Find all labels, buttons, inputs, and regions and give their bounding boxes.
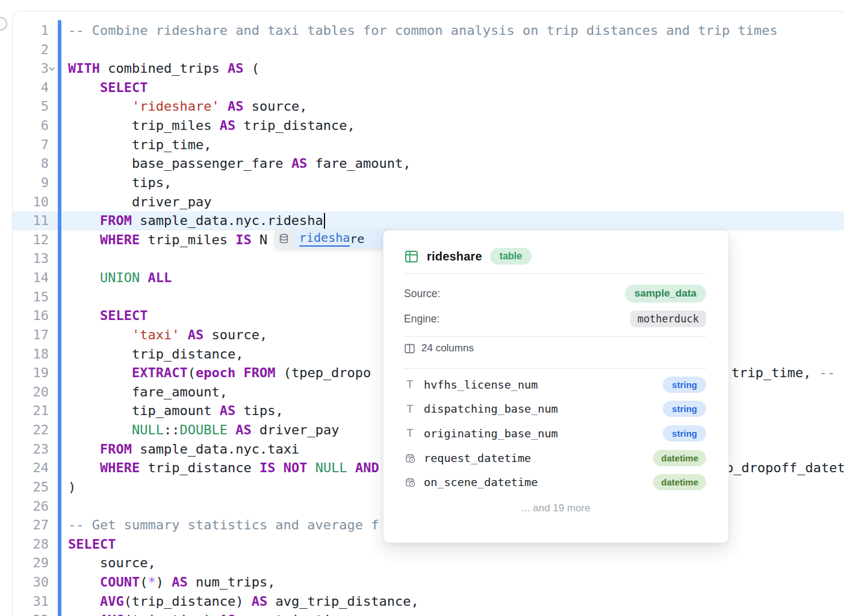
autocomplete-item-rideshare[interactable]: rideshare	[293, 229, 391, 248]
code-token	[220, 99, 228, 114]
line-number: 14	[17, 268, 49, 288]
code-line[interactable]: 7 trip_time,	[13, 135, 844, 155]
code-text-after-popup: trip_time, --	[731, 363, 835, 383]
line-number: 24	[17, 458, 49, 478]
code-token: p_dropoff_datet	[725, 460, 844, 475]
code-token: NOT	[284, 460, 308, 475]
code-line[interactable]: 3WITH combined_trips AS (	[13, 59, 844, 78]
edge-widget-circle[interactable]	[0, 17, 7, 31]
code-token: source,	[68, 555, 156, 570]
code-text: source,	[68, 553, 156, 573]
code-token: AS	[188, 327, 204, 342]
code-token	[228, 422, 235, 437]
code-text: -- Combine rideshare and taxi tables for…	[68, 21, 778, 40]
code-token: ALL	[147, 270, 172, 285]
code-text: NULL::DOUBLE AS driver_pay	[68, 420, 339, 440]
code-text: tips,	[68, 173, 172, 192]
code-line[interactable]: 6 trip_miles AS trip_distance,	[13, 116, 844, 135]
code-text: SELECT	[68, 78, 147, 97]
code-text: AVG(trip_distance) AS avg_trip_distance,	[68, 592, 419, 611]
code-token: driver_pay	[68, 194, 211, 209]
detail-label: Source:	[404, 288, 440, 300]
column-type-badge: datetime	[653, 450, 706, 466]
code-token: AS	[228, 99, 244, 114]
code-token: sample_data.nyc.ridesha	[132, 213, 323, 228]
line-number: 27	[17, 516, 49, 535]
line-number: 25	[17, 478, 49, 497]
code-token: AS	[235, 422, 252, 437]
type-text-icon: T	[404, 428, 416, 439]
code-token	[68, 612, 100, 616]
code-line[interactable]: 8 base_passenger_fare AS fare_amount,	[13, 154, 844, 173]
code-token	[68, 80, 100, 95]
code-token: 'taxi'	[132, 327, 179, 342]
line-number: 5	[17, 97, 49, 116]
line-number: 18	[17, 345, 49, 364]
code-token: avg_trip_distance,	[267, 594, 419, 609]
code-token	[275, 460, 283, 475]
code-token: source,	[203, 327, 267, 342]
detail-value-badge: motherduck	[630, 310, 706, 327]
database-icon	[275, 229, 293, 248]
line-number: 17	[17, 325, 49, 345]
code-line[interactable]: 10 driver_pay	[13, 192, 844, 212]
code-token: trip_distance	[140, 460, 259, 475]
code-token: fare_amount,	[68, 384, 228, 399]
code-line[interactable]: 30 COUNT(*) AS num_trips,	[13, 573, 844, 592]
divider	[404, 368, 706, 369]
columns-summary: 24 columns	[404, 342, 474, 354]
code-line[interactable]: 4 SELECT	[13, 78, 844, 97]
line-number: 9	[17, 173, 49, 192]
code-token: SELECT	[68, 537, 116, 552]
autocomplete-suffix-text: re	[350, 232, 364, 246]
code-line[interactable]: 32 AVG(trip_time) AS avg_trip_time	[13, 611, 844, 616]
code-token: combined_trips	[100, 61, 228, 76]
code-token: (tpep_dropo	[275, 365, 371, 380]
line-number: 29	[17, 553, 49, 573]
code-line[interactable]: 31 AVG(trip_distance) AS avg_trip_distan…	[13, 592, 844, 611]
code-token: )	[156, 574, 172, 590]
code-token: NULL	[132, 422, 164, 437]
column-row: Toriginating_base_numstring	[404, 424, 706, 442]
code-text: -- Get summary statistics and average f	[68, 516, 379, 535]
type-text-icon: T	[404, 404, 416, 414]
calendar-clock-icon	[404, 477, 416, 487]
code-text: 'rideshare' AS source,	[68, 97, 307, 116]
code-token: *	[147, 574, 155, 590]
fold-chevron-down-icon[interactable]	[48, 64, 56, 73]
code-text: EXTRACT(epoch FROM (tpep_dropo	[68, 363, 371, 383]
code-line[interactable]: 29 source,	[13, 553, 844, 573]
code-token: trip_time,	[731, 365, 819, 380]
object-type-badge: table	[490, 248, 532, 265]
code-token: ::	[164, 422, 180, 437]
code-line[interactable]: 9 tips,	[13, 173, 844, 192]
line-number: 3	[17, 59, 49, 78]
code-token	[347, 460, 355, 475]
code-text: fare_amount,	[68, 383, 228, 402]
code-text: SELECT	[68, 535, 116, 554]
columns-count-text: 24 columns	[421, 342, 474, 354]
code-line[interactable]: 11 FROM sample_data.nyc.ridesha	[13, 211, 844, 230]
detail-row-engine: Engine:motherduck	[404, 310, 706, 328]
calendar-clock-icon	[404, 453, 416, 463]
column-type-badge: string	[663, 377, 706, 393]
column-row: Thvfhs_license_numstring	[404, 375, 706, 393]
line-number: 23	[17, 440, 49, 459]
code-line[interactable]: 2	[13, 40, 844, 60]
table-hover-card: rideshare table Source:sample_dataEngine…	[383, 230, 729, 543]
code-token	[140, 270, 147, 285]
line-number: 1	[17, 21, 49, 40]
code-token: sample_data.nyc.taxi	[132, 442, 299, 457]
line-number: 20	[17, 383, 49, 402]
code-token: FROM	[243, 365, 275, 380]
column-type-badge: string	[663, 425, 706, 442]
code-token	[68, 232, 100, 247]
code-token: AS	[172, 574, 188, 590]
code-token: driver_pay	[252, 422, 340, 437]
line-number: 30	[17, 573, 49, 592]
code-token: AS	[220, 612, 236, 616]
code-line[interactable]: 1-- Combine rideshare and taxi tables fo…	[13, 21, 844, 40]
code-token: (	[188, 365, 196, 380]
code-line[interactable]: 5 'rideshare' AS source,	[13, 97, 844, 116]
code-token: trip_time,	[68, 137, 211, 152]
